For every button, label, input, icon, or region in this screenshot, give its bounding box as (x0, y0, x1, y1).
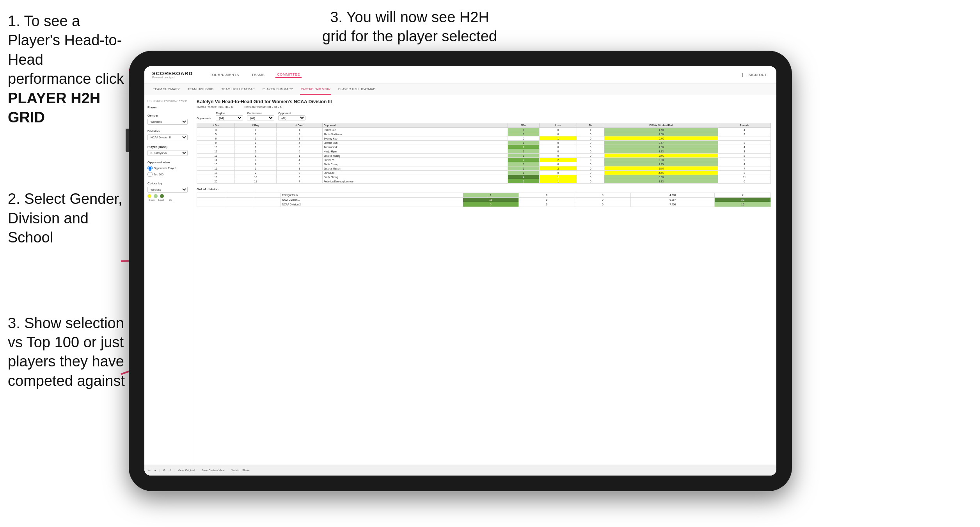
colour-select[interactable]: Win/loss (147, 187, 188, 193)
ood-cell: 0 (575, 202, 631, 207)
table-cell: 6 (235, 145, 277, 149)
logo-area: SCOREBOARD Powered by clippd (152, 71, 193, 79)
ood-table-body: Foreign Team1004.5002NAIA Division 11500… (197, 193, 771, 207)
filter-row: Opponents: Region (All) Conference (All) (197, 112, 771, 120)
gender-select[interactable]: Women's (147, 119, 188, 125)
ood-cell: 0 (519, 198, 575, 202)
sidebar: Last Updated: 27/03/2024 16:55:38 Player… (144, 95, 191, 465)
sidebar-gender-label: Gender (147, 114, 188, 117)
opponents-played-radio[interactable] (147, 166, 153, 171)
ood-cell (197, 198, 225, 202)
table-cell: Andrea York (322, 145, 508, 149)
sub-nav-player-h2h-grid[interactable]: PLAYER H2H GRID (300, 83, 331, 95)
table-row: 19106Emily Chang4100.3011 (197, 175, 771, 179)
table-cell: 6 (718, 179, 771, 184)
nav-right: | Sign out (742, 72, 769, 78)
table-cell: 1 (508, 154, 539, 158)
filter-opponent-select[interactable]: (All) (278, 115, 305, 120)
save-custom-button[interactable]: Save Custom View (202, 469, 225, 472)
ood-table-row: NCAA Division 25007.40010 (197, 202, 771, 207)
step1-bold: PLAYER H2H GRID (8, 89, 125, 127)
nav-tournaments[interactable]: TOURNAMENTS (208, 72, 241, 78)
col-conf: # Conf (277, 123, 323, 128)
data-area: Katelyn Vo Head-to-Head Grid for Women's… (191, 95, 776, 465)
table-cell: 0 (577, 162, 604, 166)
table-cell: 16 (197, 166, 235, 171)
watch-button[interactable]: Watch (231, 469, 239, 472)
table-row: 914Sharon Mun1003.673 (197, 141, 771, 145)
table-cell: 0 (577, 166, 604, 171)
nav-committee[interactable]: COMMITTEE (275, 72, 302, 78)
table-cell: 0 (577, 132, 604, 136)
sidebar-timestamp: Last Updated: 27/03/2024 16:55:38 (147, 100, 188, 103)
refresh-button[interactable]: ↺ (169, 469, 171, 472)
sidebar-division-label: Division (147, 129, 188, 133)
table-cell: 5 (277, 162, 323, 166)
table-cell: 6 (277, 175, 323, 179)
undo-button[interactable]: ↩ (148, 469, 151, 472)
colour-label-down: Down (147, 199, 156, 201)
ood-table-row: NAIA Division 115009.26730 (197, 198, 771, 202)
table-cell: 0 (540, 132, 577, 136)
filter-conference-select[interactable]: (All) (247, 115, 274, 120)
table-cell: Esther Lee (322, 128, 508, 132)
table-cell: 7 (718, 166, 771, 171)
top100-option: Top 100 (147, 172, 188, 177)
table-cell: 1.25 (604, 162, 718, 166)
redo-button[interactable]: ↪ (154, 469, 156, 472)
table-cell: 1 (508, 128, 539, 132)
table-cell: 4 (718, 145, 771, 149)
table-cell: 20 (197, 179, 235, 184)
table-row: 522Alexis Sudjianto1004.003 (197, 132, 771, 136)
sub-nav-team-h2h-heatmap[interactable]: TEAM H2H HEATMAP (220, 83, 256, 95)
sign-out-button[interactable]: Sign out (747, 72, 769, 78)
table-cell: 1 (508, 149, 539, 154)
ood-cell: 4.500 (631, 193, 715, 198)
opponents-played-label: Opponents Played (154, 167, 176, 170)
table-cell: 1.50 (604, 128, 718, 132)
sub-nav-player-h2h-heatmap[interactable]: PLAYER H2H HEATMAP (337, 83, 376, 95)
table-cell: 11 (197, 149, 235, 154)
nav-teams[interactable]: TEAMS (250, 72, 266, 78)
toolbar-sep2: | (174, 469, 175, 472)
table-cell: 0 (540, 145, 577, 149)
table-cell: 0 (577, 145, 604, 149)
step2-text: 2. Select Gender, Division and School (8, 189, 125, 247)
table-cell: Emily Chang (322, 175, 508, 179)
player-rank-select[interactable]: 8. Katelyn Vo (147, 150, 188, 156)
share-button[interactable]: Share (242, 469, 250, 472)
table-cell: 0 (540, 162, 577, 166)
table-cell: 3 (277, 136, 323, 141)
tablet-frame: SCOREBOARD Powered by clippd TOURNAMENTS… (129, 51, 792, 491)
ood-cell: 10 (715, 202, 771, 207)
sub-nav-player-summary[interactable]: PLAYER SUMMARY (262, 83, 294, 95)
sidebar-player-rank-section: Player (Rank) 8. Katelyn Vo (147, 145, 188, 156)
table-cell: 4 (508, 175, 539, 179)
filter-region-label: Region (216, 112, 243, 115)
sub-nav-team-h2h-grid[interactable]: TEAM H2H GRID (187, 83, 215, 95)
division-select[interactable]: NCAA Division III (147, 134, 188, 140)
table-row: 633Sydney Kuo010-1.00 (197, 136, 771, 141)
sidebar-division-section: Division NCAA Division III (147, 129, 188, 140)
top100-radio[interactable] (147, 172, 153, 177)
toolbar-settings[interactable]: ⚙ (163, 469, 165, 472)
ood-cell: 15 (463, 198, 519, 202)
ood-cell: 0 (575, 193, 631, 198)
table-cell: 0 (540, 171, 577, 175)
table-cell: 1 (235, 154, 277, 158)
step3-right-text: 3. You will now see H2H grid for the pla… (320, 8, 499, 46)
table-cell: 2 (277, 171, 323, 175)
table-cell: 5 (277, 149, 323, 154)
table-cell: 18 (197, 171, 235, 175)
ood-cell: NCAA Division 2 (281, 202, 463, 207)
toolbar-sep1: | (159, 469, 160, 472)
view-original-button[interactable]: View: Original (178, 469, 195, 472)
ood-cell (253, 198, 281, 202)
table-cell: 0 (577, 154, 604, 158)
table-cell: 9 (718, 158, 771, 162)
filter-opponent-label: Opponent (278, 112, 305, 115)
table-cell: 2 (540, 158, 577, 162)
table-cell: 1 (577, 128, 604, 132)
sub-nav-team-summary[interactable]: TEAM SUMMARY (152, 83, 181, 95)
filter-region-select[interactable]: (All) (216, 115, 243, 120)
